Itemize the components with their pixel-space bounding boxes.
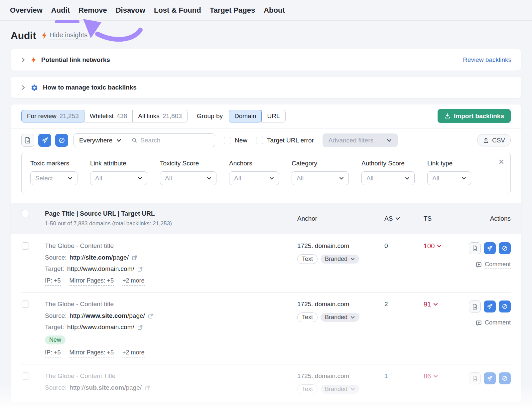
row-checkbox[interactable] <box>26 372 45 380</box>
potential-link-networks-panel[interactable]: Potential link networks Review backlinks <box>11 49 521 71</box>
whitelist-action-button[interactable] <box>469 372 481 384</box>
tab-label: Whitelist <box>90 112 114 120</box>
toxic-markers-select[interactable]: Select <box>30 171 77 185</box>
move-to-remove-action-button[interactable] <box>484 301 496 312</box>
nav-about[interactable]: About <box>264 6 285 15</box>
disavow-button[interactable] <box>55 134 68 147</box>
chevron-down-icon <box>350 258 355 261</box>
filters-panel: ✕ Toxic markers Select Link attribute Al… <box>21 153 511 194</box>
whitelist-document-button[interactable] <box>21 134 34 147</box>
external-link-icon[interactable] <box>148 313 154 319</box>
tab-count: 21,803 <box>163 112 182 120</box>
move-to-remove-action-button[interactable] <box>484 242 496 254</box>
link-type-select[interactable]: All <box>427 171 471 185</box>
group-by-domain[interactable]: Domain <box>229 110 262 122</box>
authority-score-value: 2 <box>380 301 413 357</box>
toxicity-score-select[interactable]: All <box>160 171 216 185</box>
column-ts[interactable]: TS <box>413 210 453 227</box>
anchor-category-dropdown[interactable]: Branded <box>321 385 359 394</box>
external-link-icon[interactable] <box>137 266 143 272</box>
anchors-select[interactable]: All <box>229 171 279 185</box>
source-label: Source: <box>45 312 66 319</box>
column-as-sort[interactable]: AS <box>380 210 413 227</box>
toxicity-score-dropdown[interactable]: 100 <box>413 242 453 250</box>
authority-score-select[interactable]: All <box>361 171 415 185</box>
target-url-error-checkbox[interactable]: Target URL error <box>256 137 314 144</box>
checkbox-box[interactable] <box>256 137 263 144</box>
manage-toxic-backlinks-panel[interactable]: How to manage toxic backlinks <box>11 77 521 98</box>
source-url[interactable]: http://www.site.com/page/ <box>69 312 145 319</box>
checkbox-box[interactable] <box>224 137 231 144</box>
scope-select[interactable]: Everywhere <box>74 134 127 147</box>
category-select[interactable]: All <box>292 171 349 185</box>
row-checkbox[interactable] <box>26 242 45 250</box>
external-link-icon[interactable] <box>137 324 143 330</box>
nav-overview[interactable]: Overview <box>10 6 43 15</box>
disavow-action-button[interactable] <box>499 242 511 254</box>
whitelist-action-button[interactable] <box>469 242 481 254</box>
nav-remove[interactable]: Remove <box>78 6 107 15</box>
mirror-pages-meta[interactable]: Mirror Pages: +5 <box>69 277 114 286</box>
filter-label: Toxic markers <box>30 160 77 167</box>
search-input[interactable] <box>140 137 210 144</box>
filter-anchors: Anchors All <box>229 160 279 185</box>
select-all-checkbox[interactable] <box>26 210 45 217</box>
anchor-type-badge[interactable]: Text <box>297 312 318 322</box>
import-backlinks-button[interactable]: Import backlinks <box>438 109 511 123</box>
top-navigation: Overview Audit Remove Disavow Lost & Fou… <box>0 0 532 21</box>
chevron-right-icon[interactable] <box>21 85 26 90</box>
comment-button[interactable]: Comment <box>475 319 511 327</box>
anchor-type-badge[interactable]: Text <box>297 384 318 394</box>
row-checkbox[interactable] <box>26 301 45 308</box>
anchor-category-dropdown[interactable]: Branded <box>321 313 359 322</box>
link-attribute-select[interactable]: All <box>90 171 147 185</box>
ip-meta[interactable]: IP: +5 <box>45 349 61 357</box>
source-url[interactable]: http://sub.site.com/page/ <box>69 384 142 391</box>
move-to-remove-button[interactable] <box>38 134 51 147</box>
anchor-type-badge[interactable]: Text <box>297 254 318 264</box>
move-to-remove-action-button[interactable] <box>484 372 496 384</box>
export-csv-button[interactable]: CSV <box>477 134 511 146</box>
toxicity-score-dropdown[interactable]: 91 <box>413 301 453 308</box>
external-link-icon[interactable] <box>145 385 150 391</box>
target-url[interactable]: http://www.domain.com/ <box>67 323 134 331</box>
group-by-url[interactable]: URL <box>261 110 285 122</box>
source-url[interactable]: http://site.com/page/ <box>69 254 128 261</box>
toxicity-score-dropdown[interactable]: 86 <box>413 372 453 380</box>
ip-meta[interactable]: IP: +5 <box>45 277 61 286</box>
filter-value: All <box>432 175 439 182</box>
tab-all-links[interactable]: All links 21,803 <box>132 110 188 122</box>
disavow-action-button[interactable] <box>499 372 511 384</box>
chevron-right-icon[interactable] <box>21 57 26 63</box>
anchor-category-dropdown[interactable]: Branded <box>321 255 359 264</box>
nav-disavow[interactable]: Disavow <box>116 6 145 15</box>
nav-audit[interactable]: Audit <box>51 6 70 15</box>
filter-value: All <box>366 175 373 182</box>
disavow-action-button[interactable] <box>499 301 511 312</box>
new-checkbox[interactable]: New <box>224 137 247 144</box>
nav-lost-found[interactable]: Lost & Found <box>154 6 201 15</box>
search-icon <box>132 137 137 143</box>
tab-whitelist[interactable]: Whitelist 438 <box>84 110 133 122</box>
close-icon[interactable]: ✕ <box>498 158 504 166</box>
filter-label: Link attribute <box>90 160 147 167</box>
export-icon <box>483 137 489 143</box>
whitelist-action-button[interactable] <box>469 301 481 312</box>
hide-insights-toggle[interactable]: Hide insights <box>41 31 88 40</box>
tab-for-review[interactable]: For review 21,253 <box>21 110 84 122</box>
chevron-down-icon <box>138 177 142 180</box>
review-backlinks-link[interactable]: Review backlinks <box>463 56 511 64</box>
target-url[interactable]: http://www.domain.com/ <box>67 265 134 273</box>
group-by-label: Group by <box>197 112 223 120</box>
more-meta[interactable]: +2 more <box>122 277 145 286</box>
advanced-filters-button[interactable]: Advanced filters <box>323 133 398 147</box>
column-page-title: Page Title | Source URL | Target URL <box>45 210 297 217</box>
authority-score-value: 1 <box>380 372 413 395</box>
mirror-pages-meta[interactable]: Mirror Pages: +5 <box>69 349 114 357</box>
external-link-icon[interactable] <box>132 255 137 261</box>
more-meta[interactable]: +2 more <box>122 349 145 357</box>
filter-link-type: Link type All <box>427 160 471 185</box>
filter-label: Toxicity Score <box>160 160 216 167</box>
comment-button[interactable]: Comment <box>475 261 511 269</box>
nav-target-pages[interactable]: Target Pages <box>210 6 255 15</box>
